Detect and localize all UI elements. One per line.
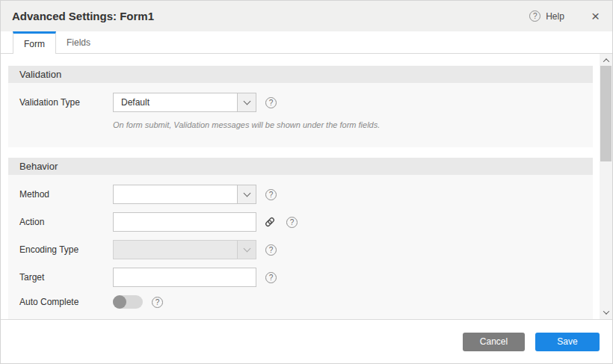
auto-complete-toggle[interactable] (113, 295, 143, 309)
scrollbar-thumb[interactable] (600, 66, 612, 161)
validation-type-hint: On form submit, Validation messages will… (113, 120, 593, 129)
auto-complete-row: Auto Complete ? (19, 295, 593, 309)
behavior-section: Behavior Method ? Action (8, 158, 593, 320)
action-input[interactable] (113, 212, 256, 232)
help-link[interactable]: Help (546, 11, 564, 22)
method-help-icon[interactable]: ? (265, 189, 277, 200)
auto-complete-help-icon[interactable]: ? (152, 297, 163, 308)
target-row: Target ? (19, 268, 593, 287)
scroll-up-icon[interactable] (600, 55, 612, 67)
settings-scroll-area: Validation Validation Type Default ? On … (1, 54, 612, 320)
validation-type-select[interactable]: Default (113, 93, 256, 112)
action-help-icon[interactable]: ? (286, 217, 298, 228)
method-row: Method ? (19, 185, 593, 204)
validation-type-label: Validation Type (19, 97, 113, 108)
encoding-type-row: Encoding Type ? (19, 240, 593, 259)
header-actions: ? Help × (529, 9, 600, 23)
auto-complete-label: Auto Complete (19, 297, 113, 307)
validation-type-value: Default (114, 93, 237, 111)
method-select[interactable] (113, 185, 256, 204)
scroll-down-icon[interactable] (600, 306, 612, 318)
dialog-header: Advanced Settings: Form1 ? Help × (1, 1, 612, 31)
method-label: Method (19, 189, 113, 200)
chevron-down-icon (237, 241, 256, 259)
validation-type-help-icon[interactable]: ? (265, 97, 277, 108)
vertical-scrollbar[interactable] (600, 54, 612, 319)
tab-bar: Form Fields (1, 31, 612, 54)
dialog-title: Advanced Settings: Form1 (12, 10, 154, 22)
help-icon[interactable]: ? (529, 10, 540, 22)
target-input[interactable] (113, 268, 256, 287)
close-icon[interactable]: × (591, 9, 600, 23)
encoding-type-help-icon[interactable]: ? (265, 244, 277, 256)
encoding-type-select (113, 240, 256, 259)
chevron-down-icon[interactable] (237, 185, 256, 203)
toggle-knob (113, 295, 126, 309)
validation-type-row: Validation Type Default ? (19, 93, 593, 112)
tab-form[interactable]: Form (13, 31, 56, 54)
section-title-validation: Validation (8, 66, 593, 83)
section-title-behavior: Behavior (8, 158, 593, 175)
target-help-icon[interactable]: ? (265, 272, 277, 283)
save-button[interactable]: Save (535, 333, 600, 351)
tab-fields[interactable]: Fields (56, 31, 101, 54)
action-row: Action ? (19, 212, 593, 232)
dialog-footer: Cancel Save (1, 320, 612, 363)
target-label: Target (19, 272, 113, 283)
cancel-button[interactable]: Cancel (463, 333, 525, 351)
encoding-type-label: Encoding Type (19, 244, 113, 255)
link-icon[interactable] (264, 216, 276, 228)
action-label: Action (19, 217, 113, 227)
chevron-down-icon[interactable] (237, 93, 256, 111)
validation-section: Validation Validation Type Default ? On … (8, 66, 593, 147)
advanced-settings-dialog: Advanced Settings: Form1 ? Help × Form F… (0, 0, 613, 364)
